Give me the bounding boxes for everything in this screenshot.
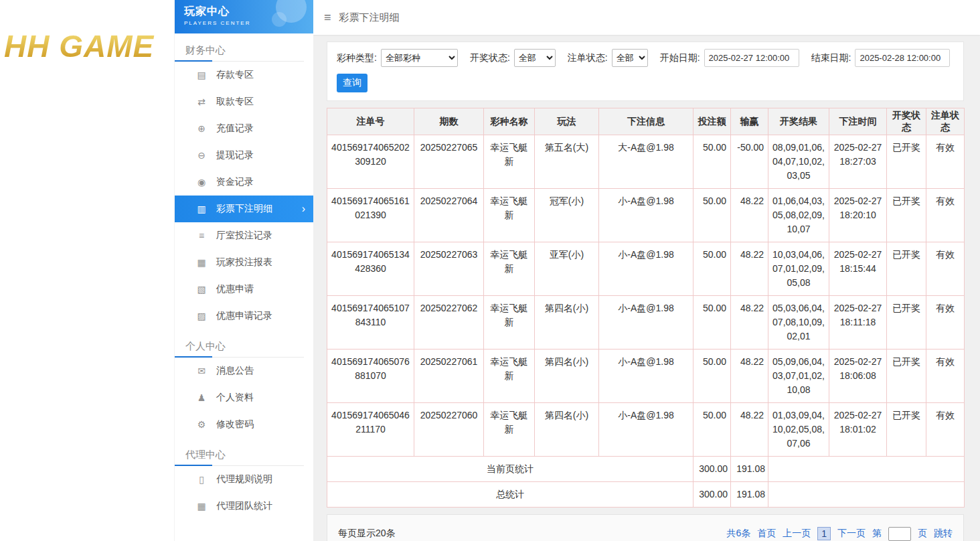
- total-summary-win: 191.08: [731, 482, 768, 508]
- cell-bet-info: 小-A盘@1.98: [599, 296, 693, 350]
- sidebar-item-recharge-records[interactable]: ⊕ 充值记录: [175, 115, 313, 142]
- sidebar-item-player-bet-report[interactable]: ▦ 玩家投注报表: [175, 249, 313, 276]
- first-page-link[interactable]: 首页: [757, 528, 776, 540]
- cell-draw-status: 已开奖: [887, 350, 926, 403]
- cell-period: 20250227061: [414, 350, 484, 403]
- cell-amount: 50.00: [693, 296, 731, 350]
- sidebar-item-change-password[interactable]: ⚙ 修改密码: [175, 411, 313, 438]
- filter-panel: 彩种类型: 全部彩种 开奖状态: 全部 注单状态:: [327, 42, 964, 101]
- col-header-play: 玩法: [535, 108, 599, 135]
- content: 彩种类型: 全部彩种 开奖状态: 全部 注单状态:: [313, 35, 980, 541]
- current-page-badge[interactable]: 1: [817, 527, 831, 540]
- cell-play: 冠军(小): [535, 189, 599, 242]
- lottery-type-select[interactable]: 全部彩种: [381, 49, 458, 67]
- sidebar-item-label: 修改密码: [216, 418, 254, 431]
- table-row: 401569174065107843110 20250227062 幸运飞艇新 …: [327, 296, 965, 350]
- sidebar-item-label: 厅室投注记录: [216, 230, 272, 242]
- cell-win: -50.00: [731, 135, 768, 189]
- sidebar-item-withdraw-zone[interactable]: ⇄ 取款专区: [175, 88, 313, 115]
- cell-result: 05,09,06,04,03,07,01,02,10,08: [768, 350, 829, 403]
- page-jump-input[interactable]: [888, 527, 911, 541]
- jump-link[interactable]: 跳转: [934, 528, 953, 540]
- cell-bet-info: 小-A盘@1.98: [599, 189, 693, 242]
- cell-period: 20250227060: [414, 403, 484, 457]
- cell-lottery: 幸运飞艇新: [484, 350, 535, 403]
- sidebar-item-promo-apply-records[interactable]: ▨ 优惠申请记录: [175, 303, 313, 329]
- cell-amount: 50.00: [693, 242, 731, 296]
- col-header-amount: 投注额: [693, 108, 731, 135]
- sidebar-item-fund-records[interactable]: ◉ 资金记录: [175, 169, 313, 196]
- filter-end-date: 结束日期:: [811, 49, 951, 67]
- sidebar-item-withdrawal-records[interactable]: ⊖ 提现记录: [175, 142, 313, 169]
- start-date-label: 开始日期:: [660, 52, 700, 64]
- cell-play: 第四名(小): [535, 296, 599, 350]
- table-row: 401569174065076881070 20250227061 幸运飞艇新 …: [327, 350, 965, 403]
- lottery-type-label: 彩种类型:: [337, 52, 377, 64]
- app-window: HH GAME 玩家中心 PLAYERS CENTER 财务中心 ▤ 存款专区 …: [0, 0, 980, 541]
- cell-time: 2025-02-27 18:01:02: [829, 403, 887, 457]
- cell-play: 第四名(小): [535, 350, 599, 403]
- document-icon: ▯: [195, 474, 208, 485]
- cell-result: 01,06,04,03,05,08,02,09,10,07: [768, 189, 829, 242]
- cell-order-status: 有效: [926, 189, 965, 242]
- col-header-order-status: 注单状态: [926, 108, 965, 135]
- cell-period: 20250227065: [414, 135, 484, 189]
- col-header-win: 输赢: [731, 108, 768, 135]
- cell-result: 05,03,06,04,07,08,10,09,02,01: [768, 296, 829, 350]
- cell-amount: 50.00: [693, 403, 731, 457]
- cell-play: 亚军(小): [535, 242, 599, 296]
- filter-start-date: 开始日期:: [660, 49, 799, 67]
- sidebar-item-profile[interactable]: ♟ 个人资料: [175, 384, 313, 411]
- cell-result: 08,09,01,06,04,07,10,02,03,05: [768, 135, 829, 189]
- prev-page-link[interactable]: 上一页: [783, 528, 811, 540]
- gear-icon: ⚙: [195, 419, 208, 430]
- sidebar-item-label: 优惠申请记录: [216, 310, 272, 322]
- sidebar-item-messages[interactable]: ✉ 消息公告: [175, 358, 313, 384]
- cell-order-id: 401569174065202309120: [327, 135, 414, 189]
- current-page-summary-label: 当前页统计: [327, 457, 693, 482]
- order-status-select[interactable]: 全部: [612, 49, 648, 67]
- col-header-draw-status: 开奖状态: [887, 108, 926, 135]
- main-area: ≡ 彩票下注明细 彩种类型: 全部彩种 开奖状态: 全部: [313, 0, 980, 541]
- query-button[interactable]: 查询: [337, 74, 368, 92]
- cell-draw-status: 已开奖: [887, 242, 926, 296]
- draw-status-select[interactable]: 全部: [514, 49, 556, 67]
- player-bet-report-icon: ▦: [195, 257, 208, 268]
- menu-toggle-icon[interactable]: ≡: [324, 11, 331, 25]
- cell-win: 48.22: [731, 403, 768, 457]
- sidebar-item-label: 资金记录: [216, 176, 254, 188]
- sidebar-item-promo-apply[interactable]: ▧ 优惠申请: [175, 276, 313, 303]
- col-header-period: 期数: [414, 108, 484, 135]
- sidebar-item-agent-rules[interactable]: ▯ 代理规则说明: [175, 466, 313, 493]
- section-title-finance: 财务中心: [175, 33, 304, 62]
- total-summary-row: 总统计 300.00 191.08: [327, 482, 965, 508]
- pager: 共6条 首页 上一页 1 下一页 第 页 跳转: [726, 527, 953, 541]
- withdrawal-record-icon: ⊖: [195, 150, 208, 161]
- end-date-input[interactable]: [855, 49, 950, 67]
- sidebar-item-hall-bet-records[interactable]: ≡ 厅室投注记录: [175, 222, 313, 249]
- cell-draw-status: 已开奖: [887, 403, 926, 457]
- sidebar-header: 玩家中心 PLAYERS CENTER: [175, 0, 313, 33]
- cell-lottery: 幸运飞艇新: [484, 296, 535, 350]
- cell-lottery: 幸运飞艇新: [484, 242, 535, 296]
- withdraw-icon: ⇄: [195, 96, 208, 107]
- cell-bet-info: 小-A盘@1.98: [599, 350, 693, 403]
- sidebar-item-label: 优惠申请: [216, 283, 254, 295]
- cell-win: 48.22: [731, 242, 768, 296]
- per-page-text: 每页显示20条: [338, 528, 396, 540]
- cell-order-status: 有效: [926, 135, 965, 189]
- sidebar-item-lottery-bet-details[interactable]: ▥ 彩票下注明细 ›: [175, 196, 313, 222]
- cell-bet-info: 小-A盘@1.98: [599, 403, 693, 457]
- sidebar-item-deposit-zone[interactable]: ▤ 存款专区: [175, 62, 313, 88]
- table-row: 401569174065202309120 20250227065 幸运飞艇新 …: [327, 135, 965, 189]
- start-date-input[interactable]: [704, 49, 799, 67]
- total-count-text: 共6条: [726, 528, 750, 540]
- col-header-result: 开奖结果: [768, 108, 829, 135]
- chevron-right-icon: ›: [302, 203, 305, 215]
- sidebar: 玩家中心 PLAYERS CENTER 财务中心 ▤ 存款专区 ⇄ 取款专区 ⊕…: [174, 0, 313, 541]
- cell-period: 20250227064: [414, 189, 484, 242]
- cell-order-id: 401569174065076881070: [327, 350, 414, 403]
- cell-draw-status: 已开奖: [887, 296, 926, 350]
- next-page-link[interactable]: 下一页: [837, 528, 866, 540]
- sidebar-item-agent-team-stats[interactable]: ▦ 代理团队统计: [175, 493, 313, 520]
